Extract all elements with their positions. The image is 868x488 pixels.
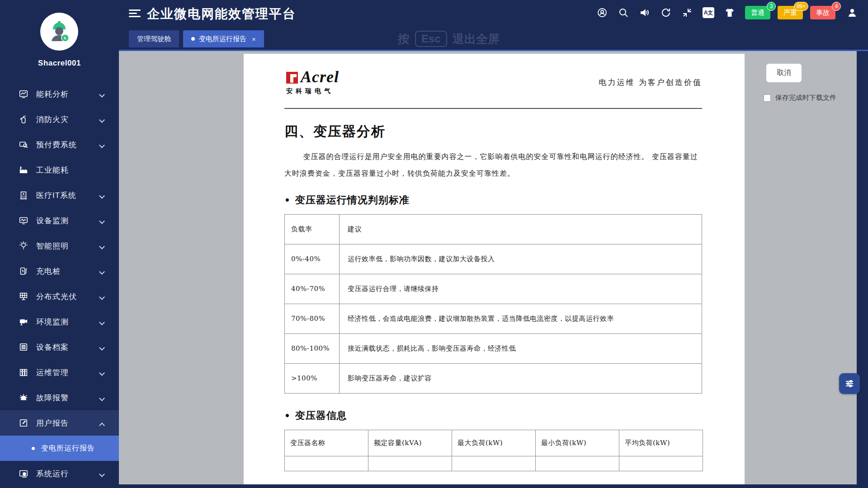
sidebar-item-prepaid-system[interactable]: 预付费系统 xyxy=(0,132,119,157)
chevron-down-icon xyxy=(99,92,105,98)
sidebar-item-environment-monitoring[interactable]: 环境监测 xyxy=(0,309,119,334)
table1-heading: •变压器运行情况判别标准 xyxy=(284,193,702,207)
sidebar-item-device-monitoring[interactable]: 设备监测 xyxy=(0,208,119,233)
cell: 0%-40% xyxy=(285,244,340,274)
translate-icon[interactable]: A文 xyxy=(703,7,714,19)
transformer-info-table: 变压器名称 额定容量(kVA) 最大负荷(kW) 最小负荷(kW) 平均负荷(k… xyxy=(284,430,703,471)
cancel-button[interactable]: 取消 xyxy=(766,64,802,82)
system-gear-icon xyxy=(18,468,29,479)
header-cell: 变压器名称 xyxy=(285,430,368,456)
sidebar-item-device-archive[interactable]: 设备档案 xyxy=(0,334,119,360)
chevron-down-icon xyxy=(99,395,105,401)
header-divider xyxy=(284,108,702,109)
alarm-normal-count: 3 xyxy=(767,2,776,11)
report-edit-icon xyxy=(18,418,29,428)
sidebar-item-industrial-energy[interactable]: 工业能耗 xyxy=(0,157,119,183)
sidebar-item-distributed-pv[interactable]: 分布式光伏 xyxy=(0,284,119,309)
app-title: 企业微电网能效管理平台 xyxy=(147,5,296,23)
alarm-accident-button[interactable]: 事故 4 xyxy=(810,6,835,19)
fire-extinguisher-icon xyxy=(18,114,29,125)
bulb-icon xyxy=(18,240,29,251)
cell: 接近满载状态，损耗比高，影响变压器寿命，经济性低 xyxy=(340,334,702,364)
alarm-siren-icon xyxy=(18,392,29,403)
sidebar-item-energy-analysis[interactable]: 能耗分析 xyxy=(0,81,119,107)
cell: 40%-70% xyxy=(285,274,340,304)
sidebar-item-system-run[interactable]: 系统运行 xyxy=(0,461,119,486)
sidebar-item-om-management[interactable]: 运维管理 xyxy=(0,360,119,385)
header-cell: 额定容量(kVA) xyxy=(368,430,452,456)
sidebar-item-user-report[interactable]: 用户报告 xyxy=(0,410,119,436)
chevron-down-icon xyxy=(99,117,105,123)
cell xyxy=(536,456,619,471)
chevron-down-icon xyxy=(99,142,105,148)
sidebar-item-fire-safety[interactable]: 消防火灾 xyxy=(0,107,119,132)
sidebar-item-medical-it[interactable]: 医疗IT系统 xyxy=(0,183,119,208)
table-row xyxy=(285,456,703,471)
chart-icon xyxy=(18,89,29,99)
sidebar-subitem-substation-report[interactable]: 变电所运行报告 xyxy=(0,436,119,461)
chevron-down-icon xyxy=(99,244,105,249)
cell: >100% xyxy=(285,364,340,394)
close-tab-icon[interactable]: × xyxy=(252,35,256,43)
tab-bar: 管理驾驶舱 变电所运行报告 × xyxy=(129,30,268,47)
chevron-down-icon xyxy=(99,193,105,199)
sliders-icon xyxy=(844,378,855,389)
factory-icon xyxy=(18,164,29,175)
search-icon[interactable] xyxy=(618,7,629,19)
sidebar-item-fault-alarm[interactable]: 故障报警 xyxy=(0,385,119,410)
charging-pile-icon xyxy=(18,266,29,277)
active-dot-icon xyxy=(191,37,195,41)
esc-key: Esc xyxy=(415,31,447,47)
table-row: 80%-100% 接近满载状态，损耗比高，影响变压器寿命，经济性低 xyxy=(285,334,702,364)
download-option: 保存完成时下载文件 xyxy=(764,94,836,102)
volume-icon[interactable] xyxy=(639,7,651,19)
acrel-logo-icon xyxy=(285,71,299,86)
cell: 变压器运行合理，请继续保持 xyxy=(340,274,702,304)
cell: 影响变压器寿命，建议扩容 xyxy=(340,364,702,394)
tab-substation-report[interactable]: 变电所运行报告 × xyxy=(183,30,264,47)
alarm-severe-button[interactable]: 严重 99+ xyxy=(778,6,803,19)
fullscreen-hint: 按 Esc 退出全屏 xyxy=(398,31,500,47)
bullet-dot-icon xyxy=(32,447,35,450)
sensor-icon xyxy=(18,316,29,327)
download-checkbox[interactable] xyxy=(764,94,771,102)
worker-avatar-icon xyxy=(46,19,72,45)
avatar[interactable] xyxy=(40,13,78,51)
header-cell: 平均负荷(kW) xyxy=(619,430,703,456)
exit-fullscreen-icon[interactable] xyxy=(681,7,693,19)
chevron-down-icon xyxy=(99,294,105,300)
section-paragraph: 变压器的合理运行是用户安全用电的重要内容之一，它影响着供电的安全可靠性和电网运行… xyxy=(284,148,702,182)
user-icon[interactable] xyxy=(846,7,858,19)
document-page: Acrel 安科瑞电气 电力运维 为客户创造价值 四、变压器分析 变压器的合理运… xyxy=(244,54,745,484)
chevron-down-icon xyxy=(99,345,105,351)
header-cell: 最小负荷(kW) xyxy=(536,430,619,456)
table-row: 0%-40% 运行效率低，影响功率因数，建议加大设备投入 xyxy=(285,244,702,274)
section-title: 四、变压器分析 xyxy=(284,122,702,141)
archive-box-icon xyxy=(18,342,29,352)
alarm-accident-count: 4 xyxy=(832,2,841,11)
brand-slogan: 电力运维 为客户创造价值 xyxy=(599,77,702,88)
cell: 70%-80% xyxy=(285,304,340,334)
cell xyxy=(452,456,536,471)
header-cell: 负载率 xyxy=(285,215,340,244)
refresh-icon[interactable] xyxy=(660,7,672,19)
header-cell: 最大负荷(kW) xyxy=(452,430,536,456)
collapse-menu-icon[interactable] xyxy=(129,8,141,19)
service-ring-icon[interactable] xyxy=(596,7,608,19)
sidebar: Shacrel001 能耗分析 消防火灾 预付费系统 工业能耗 医疗IT系统 设… xyxy=(0,0,119,488)
brand-name: Acrel xyxy=(301,67,339,86)
binders-icon xyxy=(18,367,29,378)
chevron-down-icon xyxy=(99,269,105,275)
sidebar-item-smart-lighting[interactable]: 智能照明 xyxy=(0,233,119,258)
sidebar-item-charging-pile[interactable]: 充电桩 xyxy=(0,258,119,284)
cell xyxy=(619,456,703,471)
username: Shacrel001 xyxy=(0,59,119,68)
sidebar-menu: 能耗分析 消防火灾 预付费系统 工业能耗 医疗IT系统 设备监测 智能照明 充 xyxy=(0,81,119,486)
theme-shirt-icon[interactable] xyxy=(724,7,736,19)
cell: 经济性低，会造成电能浪费，建议增加散热装置，适当降低电流密度，以提高运行效率 xyxy=(340,304,702,334)
chevron-up-icon xyxy=(99,422,105,428)
alarm-normal-button[interactable]: 普通 3 xyxy=(745,6,770,19)
load-rate-table: 负载率 建议 0%-40% 运行效率低，影响功率因数，建议加大设备投入 40%-… xyxy=(284,214,702,394)
tab-dashboard[interactable]: 管理驾驶舱 xyxy=(129,30,179,47)
report-settings-button[interactable] xyxy=(839,373,860,394)
